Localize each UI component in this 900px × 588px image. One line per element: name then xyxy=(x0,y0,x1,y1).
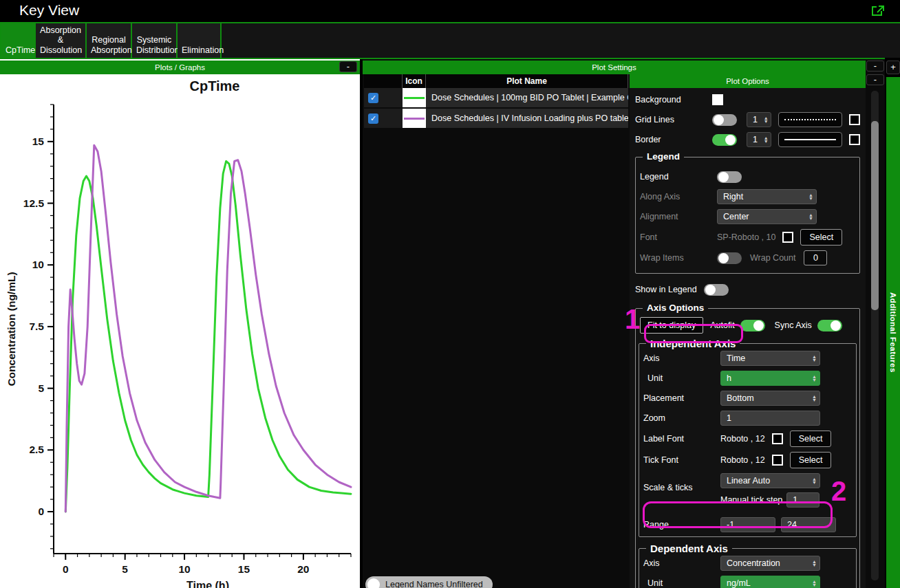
plot-settings-title: Plot Settings xyxy=(592,63,636,72)
plot-settings-header: Plot Settings xyxy=(363,61,866,74)
window-title: Key View xyxy=(19,2,79,19)
font-select-button[interactable]: Select xyxy=(800,229,842,246)
fit-to-display-button[interactable]: Fit to display xyxy=(640,317,703,334)
plot-options-title: Plot Options xyxy=(726,77,769,85)
tick-font-value: Roboto , 12 xyxy=(720,455,765,465)
dep-axis-label: Axis xyxy=(643,558,720,568)
legend-group-title: Legend xyxy=(643,151,684,162)
row2-line-icon xyxy=(403,109,426,128)
svg-text:10: 10 xyxy=(178,563,190,575)
options-scrollbar-thumb[interactable] xyxy=(871,121,879,310)
axis-options-group: Axis Options Fit to display Autofit Sync… xyxy=(635,308,860,588)
additional-features-strip[interactable]: Additional Features xyxy=(886,77,900,588)
grid-lines-style-preview[interactable] xyxy=(778,112,842,127)
wrap-count-label: Wrap Count xyxy=(750,253,795,263)
alignment-label: Alignment xyxy=(640,212,717,221)
plot-settings-panel: Plot Settings Icon Plot Name ✓ Dose Sche… xyxy=(363,59,866,588)
scale-dropdown[interactable]: Linear Auto▲▼ xyxy=(720,473,820,488)
legend-label: Legend xyxy=(640,172,717,182)
svg-text:CpTime: CpTime xyxy=(190,78,240,94)
wrap-items-toggle[interactable] xyxy=(717,252,742,264)
svg-text:10: 10 xyxy=(32,259,44,270)
grid-lines-color-swatch[interactable] xyxy=(849,114,860,125)
row2-checkbox[interactable]: ✓ xyxy=(368,113,378,124)
legend-toggle[interactable] xyxy=(717,171,742,183)
border-toggle[interactable] xyxy=(712,134,737,146)
column-checkbox xyxy=(364,74,403,88)
along-axis-dropdown[interactable]: Right▲▼ xyxy=(717,189,817,204)
label-font-select-button[interactable]: Select xyxy=(790,431,832,447)
svg-text:15: 15 xyxy=(238,563,250,575)
border-width-spinner[interactable]: 1▲▼ xyxy=(747,132,771,147)
autofit-label: Autofit xyxy=(710,320,734,330)
sync-axis-toggle[interactable] xyxy=(817,320,842,331)
plot-table: Icon Plot Name ✓ Dose Schedules | 100mg … xyxy=(364,74,628,129)
dep-unit-dropdown[interactable]: ng/mL▲▼ xyxy=(720,576,820,588)
independent-axis-title: Independent Axis xyxy=(646,338,740,349)
alignment-dropdown[interactable]: Center▲▼ xyxy=(717,209,817,224)
grid-lines-label: Grid Lines xyxy=(635,115,712,124)
svg-text:5: 5 xyxy=(38,382,44,394)
axis-options-title: Axis Options xyxy=(643,303,708,313)
row1-line-icon xyxy=(403,88,426,107)
background-color-swatch[interactable] xyxy=(712,94,723,105)
background-label: Background xyxy=(635,95,712,105)
along-axis-label: Along Axis xyxy=(640,192,717,202)
dep-unit-label: Unit xyxy=(643,578,720,588)
border-style-preview[interactable] xyxy=(778,132,842,147)
label-font-color-swatch[interactable] xyxy=(772,433,783,444)
tab-cptime[interactable]: CpTime xyxy=(1,23,36,58)
show-in-legend-toggle[interactable] xyxy=(704,284,729,296)
svg-text:7.5: 7.5 xyxy=(29,320,44,332)
wrap-count-input[interactable]: 0 xyxy=(804,250,827,265)
legend-names-unfiltered-button[interactable]: Legend Names Unfiltered xyxy=(365,576,493,588)
row1-checkbox[interactable]: ✓ xyxy=(368,93,378,103)
tab-absorption-dissolution[interactable]: Absorption & Dissolution xyxy=(36,23,87,58)
tick-font-color-swatch[interactable] xyxy=(772,455,783,466)
scale-ticks-label: Scale & ticks xyxy=(643,473,720,492)
range-max-input[interactable]: 24 xyxy=(781,517,836,532)
wrap-items-label: Wrap Items xyxy=(640,253,717,263)
tab-systemic-distribution[interactable]: Systemic Distribution xyxy=(132,23,178,58)
plots-graphs-header: Plots / Graphs - xyxy=(0,61,360,74)
legend-group: Legend Legend Along Axis Right▲▼ Alignme… xyxy=(635,157,860,274)
dep-axis-dropdown[interactable]: Concentration▲▼ xyxy=(720,556,820,571)
range-min-input[interactable]: -1 xyxy=(720,517,775,532)
table-row[interactable]: ✓ Dose Schedules | 100mg BID PO Tablet |… xyxy=(364,88,628,109)
tick-font-select-button[interactable]: Select xyxy=(790,452,832,468)
expand-additional-features-button[interactable]: + xyxy=(886,61,900,74)
ind-axis-dropdown[interactable]: Time▲▼ xyxy=(720,351,820,366)
additional-features-label: Additional Features xyxy=(889,292,897,373)
font-label: Font xyxy=(640,232,717,242)
ind-unit-dropdown[interactable]: h▲▼ xyxy=(720,371,820,386)
plot-table-header: Icon Plot Name xyxy=(364,74,628,88)
plot-options-header: Plot Options xyxy=(630,74,866,88)
svg-text:20: 20 xyxy=(297,563,309,575)
grid-lines-toggle[interactable] xyxy=(712,114,737,126)
grid-lines-width-spinner[interactable]: 1▲▼ xyxy=(747,112,771,127)
svg-text:Concentration (ng/mL): Concentration (ng/mL) xyxy=(6,272,17,386)
svg-text:Time (h): Time (h) xyxy=(186,580,229,588)
zoom-input[interactable]: 1 xyxy=(720,411,820,426)
label-font-value: Roboto , 12 xyxy=(720,434,765,444)
tab-regional-absorption[interactable]: Regional Absorption xyxy=(87,23,132,58)
zoom-label: Zoom xyxy=(643,413,720,423)
collapse-plot-options-button[interactable]: - xyxy=(866,74,884,85)
svg-text:0: 0 xyxy=(38,505,44,517)
title-bar: Key View xyxy=(0,0,900,22)
table-row[interactable]: ✓ Dose Schedules | IV Infusion Loading p… xyxy=(364,109,628,129)
cptime-chart[interactable]: CpTime0510152002.557.51012.515Time (h)Co… xyxy=(0,74,360,588)
open-external-icon[interactable] xyxy=(871,5,885,17)
font-color-swatch[interactable] xyxy=(782,232,793,243)
placement-dropdown[interactable]: Bottom▲▼ xyxy=(720,391,820,406)
collapse-plots-button[interactable]: - xyxy=(339,61,357,72)
border-color-swatch[interactable] xyxy=(849,134,860,145)
collapse-plot-settings-button[interactable]: - xyxy=(866,61,884,72)
tab-bar: CpTime Absorption & Dissolution Regional… xyxy=(0,23,900,58)
dependent-axis-group: Dependent Axis Axis Concentration▲▼ Unit… xyxy=(639,548,857,588)
range-label: Range xyxy=(643,520,720,530)
label-font-label: Label Font xyxy=(643,434,720,444)
manual-tick-step-input[interactable]: 1 xyxy=(786,492,819,508)
tab-elimination[interactable]: Elimination xyxy=(178,23,222,58)
autofit-toggle[interactable] xyxy=(740,320,765,331)
